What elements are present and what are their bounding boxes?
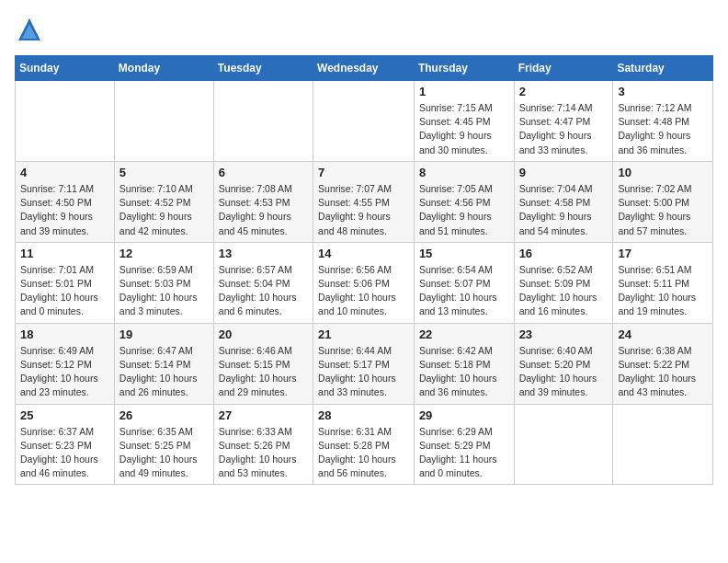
day-info: Sunrise: 6:49 AMSunset: 5:12 PMDaylight:… bbox=[20, 344, 109, 400]
day-number: 2 bbox=[519, 85, 609, 98]
calendar-cell: 19Sunrise: 6:47 AMSunset: 5:14 PMDayligh… bbox=[114, 323, 213, 404]
calendar-cell: 24Sunrise: 6:38 AMSunset: 5:22 PMDayligh… bbox=[613, 323, 713, 404]
day-info: Sunrise: 6:29 AMSunset: 5:29 PMDaylight:… bbox=[419, 425, 509, 481]
calendar-cell bbox=[114, 81, 213, 162]
day-number: 1 bbox=[419, 85, 509, 98]
day-info: Sunrise: 6:47 AMSunset: 5:14 PMDaylight:… bbox=[119, 344, 209, 400]
day-info: Sunrise: 6:31 AMSunset: 5:28 PMDaylight:… bbox=[318, 425, 409, 481]
col-header-friday: Friday bbox=[514, 56, 613, 81]
day-info: Sunrise: 7:01 AMSunset: 5:01 PMDaylight:… bbox=[20, 263, 109, 319]
day-info: Sunrise: 6:40 AMSunset: 5:20 PMDaylight:… bbox=[519, 344, 609, 400]
day-info: Sunrise: 7:08 AMSunset: 4:53 PMDaylight:… bbox=[219, 182, 308, 238]
day-number: 11 bbox=[20, 247, 109, 260]
day-number: 13 bbox=[219, 247, 308, 260]
day-info: Sunrise: 6:51 AMSunset: 5:11 PMDaylight:… bbox=[618, 263, 708, 319]
day-number: 9 bbox=[519, 166, 609, 179]
day-info: Sunrise: 7:02 AMSunset: 5:00 PMDaylight:… bbox=[618, 182, 708, 238]
day-info: Sunrise: 6:46 AMSunset: 5:15 PMDaylight:… bbox=[219, 344, 308, 400]
calendar-week-row: 25Sunrise: 6:37 AMSunset: 5:23 PMDayligh… bbox=[16, 404, 713, 485]
day-number: 15 bbox=[419, 247, 509, 260]
calendar-cell: 6Sunrise: 7:08 AMSunset: 4:53 PMDaylight… bbox=[213, 161, 313, 242]
day-number: 16 bbox=[519, 247, 609, 260]
calendar-cell: 14Sunrise: 6:56 AMSunset: 5:06 PMDayligh… bbox=[313, 242, 415, 323]
calendar-cell: 29Sunrise: 6:29 AMSunset: 5:29 PMDayligh… bbox=[414, 404, 514, 485]
page-header bbox=[15, 15, 713, 44]
day-info: Sunrise: 7:07 AMSunset: 4:55 PMDaylight:… bbox=[318, 182, 409, 238]
day-info: Sunrise: 6:38 AMSunset: 5:22 PMDaylight:… bbox=[618, 344, 708, 400]
calendar-cell bbox=[16, 81, 115, 162]
day-number: 17 bbox=[618, 247, 708, 260]
day-info: Sunrise: 6:37 AMSunset: 5:23 PMDaylight:… bbox=[20, 425, 109, 481]
calendar-week-row: 11Sunrise: 7:01 AMSunset: 5:01 PMDayligh… bbox=[16, 242, 713, 323]
day-number: 26 bbox=[119, 408, 209, 422]
day-number: 4 bbox=[20, 166, 109, 179]
calendar-cell bbox=[613, 404, 713, 485]
day-number: 23 bbox=[519, 327, 609, 341]
day-number: 14 bbox=[318, 247, 409, 260]
day-info: Sunrise: 6:59 AMSunset: 5:03 PMDaylight:… bbox=[119, 263, 209, 319]
day-number: 28 bbox=[318, 408, 409, 422]
calendar-week-row: 18Sunrise: 6:49 AMSunset: 5:12 PMDayligh… bbox=[16, 323, 713, 404]
day-info: Sunrise: 6:33 AMSunset: 5:26 PMDaylight:… bbox=[219, 425, 308, 481]
calendar-cell: 18Sunrise: 6:49 AMSunset: 5:12 PMDayligh… bbox=[16, 323, 115, 404]
day-info: Sunrise: 6:52 AMSunset: 5:09 PMDaylight:… bbox=[519, 263, 609, 319]
calendar-cell: 7Sunrise: 7:07 AMSunset: 4:55 PMDaylight… bbox=[313, 161, 415, 242]
day-number: 3 bbox=[618, 85, 708, 98]
col-header-thursday: Thursday bbox=[414, 56, 514, 81]
day-number: 25 bbox=[20, 408, 109, 422]
calendar-cell: 17Sunrise: 6:51 AMSunset: 5:11 PMDayligh… bbox=[613, 242, 713, 323]
day-number: 8 bbox=[419, 166, 509, 179]
day-number: 6 bbox=[219, 166, 308, 179]
col-header-tuesday: Tuesday bbox=[213, 56, 313, 81]
day-info: Sunrise: 6:35 AMSunset: 5:25 PMDaylight:… bbox=[119, 425, 209, 481]
calendar-header-row: SundayMondayTuesdayWednesdayThursdayFrid… bbox=[16, 56, 713, 81]
calendar-cell: 10Sunrise: 7:02 AMSunset: 5:00 PMDayligh… bbox=[613, 161, 713, 242]
calendar-cell: 15Sunrise: 6:54 AMSunset: 5:07 PMDayligh… bbox=[414, 242, 514, 323]
day-info: Sunrise: 7:05 AMSunset: 4:56 PMDaylight:… bbox=[419, 182, 509, 238]
calendar-cell: 8Sunrise: 7:05 AMSunset: 4:56 PMDaylight… bbox=[414, 161, 514, 242]
day-info: Sunrise: 6:54 AMSunset: 5:07 PMDaylight:… bbox=[419, 263, 509, 319]
calendar-week-row: 1Sunrise: 7:15 AMSunset: 4:45 PMDaylight… bbox=[16, 81, 713, 162]
day-info: Sunrise: 7:11 AMSunset: 4:50 PMDaylight:… bbox=[20, 182, 109, 238]
logo-icon bbox=[15, 15, 44, 44]
calendar-cell: 20Sunrise: 6:46 AMSunset: 5:15 PMDayligh… bbox=[213, 323, 313, 404]
col-header-wednesday: Wednesday bbox=[313, 56, 415, 81]
calendar-cell: 9Sunrise: 7:04 AMSunset: 4:58 PMDaylight… bbox=[514, 161, 613, 242]
calendar-cell: 22Sunrise: 6:42 AMSunset: 5:18 PMDayligh… bbox=[414, 323, 514, 404]
logo bbox=[15, 15, 48, 44]
calendar-cell: 23Sunrise: 6:40 AMSunset: 5:20 PMDayligh… bbox=[514, 323, 613, 404]
calendar-table: SundayMondayTuesdayWednesdayThursdayFrid… bbox=[15, 55, 713, 485]
day-info: Sunrise: 7:04 AMSunset: 4:58 PMDaylight:… bbox=[519, 182, 609, 238]
day-number: 20 bbox=[219, 327, 308, 341]
calendar-cell: 12Sunrise: 6:59 AMSunset: 5:03 PMDayligh… bbox=[114, 242, 213, 323]
day-number: 24 bbox=[618, 327, 708, 341]
calendar-week-row: 4Sunrise: 7:11 AMSunset: 4:50 PMDaylight… bbox=[16, 161, 713, 242]
calendar-cell: 28Sunrise: 6:31 AMSunset: 5:28 PMDayligh… bbox=[313, 404, 415, 485]
day-info: Sunrise: 7:14 AMSunset: 4:47 PMDaylight:… bbox=[519, 101, 609, 157]
calendar-cell: 27Sunrise: 6:33 AMSunset: 5:26 PMDayligh… bbox=[213, 404, 313, 485]
calendar-cell bbox=[514, 404, 613, 485]
day-number: 18 bbox=[20, 327, 109, 341]
day-info: Sunrise: 6:44 AMSunset: 5:17 PMDaylight:… bbox=[318, 344, 409, 400]
col-header-saturday: Saturday bbox=[613, 56, 713, 81]
calendar-cell: 11Sunrise: 7:01 AMSunset: 5:01 PMDayligh… bbox=[16, 242, 115, 323]
calendar-cell: 1Sunrise: 7:15 AMSunset: 4:45 PMDaylight… bbox=[414, 81, 514, 162]
calendar-cell bbox=[313, 81, 415, 162]
day-number: 7 bbox=[318, 166, 409, 179]
calendar-cell: 21Sunrise: 6:44 AMSunset: 5:17 PMDayligh… bbox=[313, 323, 415, 404]
day-info: Sunrise: 7:12 AMSunset: 4:48 PMDaylight:… bbox=[618, 101, 708, 157]
day-number: 12 bbox=[119, 247, 209, 260]
day-info: Sunrise: 6:57 AMSunset: 5:04 PMDaylight:… bbox=[219, 263, 308, 319]
col-header-monday: Monday bbox=[114, 56, 213, 81]
calendar-cell: 13Sunrise: 6:57 AMSunset: 5:04 PMDayligh… bbox=[213, 242, 313, 323]
calendar-cell: 4Sunrise: 7:11 AMSunset: 4:50 PMDaylight… bbox=[16, 161, 115, 242]
calendar-cell: 2Sunrise: 7:14 AMSunset: 4:47 PMDaylight… bbox=[514, 81, 613, 162]
day-number: 10 bbox=[618, 166, 708, 179]
calendar-cell: 25Sunrise: 6:37 AMSunset: 5:23 PMDayligh… bbox=[16, 404, 115, 485]
day-number: 22 bbox=[419, 327, 509, 341]
day-number: 19 bbox=[119, 327, 209, 341]
day-info: Sunrise: 6:42 AMSunset: 5:18 PMDaylight:… bbox=[419, 344, 509, 400]
calendar-cell: 5Sunrise: 7:10 AMSunset: 4:52 PMDaylight… bbox=[114, 161, 213, 242]
day-number: 5 bbox=[119, 166, 209, 179]
day-info: Sunrise: 7:15 AMSunset: 4:45 PMDaylight:… bbox=[419, 101, 509, 157]
